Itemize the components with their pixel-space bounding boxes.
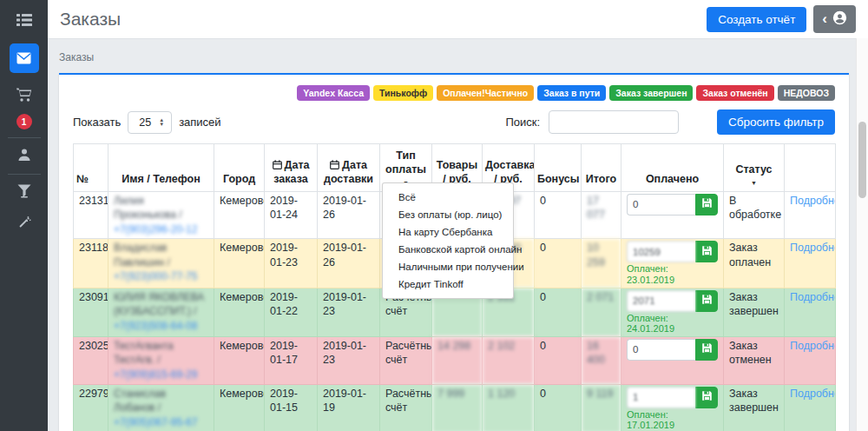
sidebar-item-filter[interactable] <box>10 180 39 202</box>
details-link[interactable]: Подробнее <box>790 291 836 303</box>
caret-down-icon: ▼ <box>727 180 781 187</box>
show-label: Показать <box>73 116 121 129</box>
sidebar-item-dashboard[interactable] <box>10 9 39 31</box>
spinner-arrows-icon: ▲▼ <box>159 118 164 127</box>
payment-filter-option[interactable]: На карту Сбербанка <box>383 223 513 241</box>
scrollbar-thumb[interactable] <box>858 122 866 198</box>
search-input[interactable] <box>549 110 679 134</box>
phone-link[interactable]: +7(923)508-64-08 <box>114 320 197 332</box>
order-row: 23025ТестАгванта ТестАгв. /+7(909)815-69… <box>74 336 836 384</box>
order-date-cell: 2019-01-17 <box>265 336 318 384</box>
paid-cell: Оплачен: 24.01.2019 <box>621 288 724 336</box>
payment-filter-option[interactable]: Банковской картой онлайн <box>383 241 513 258</box>
order-id-cell: 23131 <box>74 191 108 239</box>
city-cell: Кемерово <box>214 288 265 336</box>
save-button[interactable] <box>695 194 718 216</box>
details-cell: Подробнее <box>785 384 836 431</box>
payment-filter-option[interactable]: Кредит Tinkoff <box>383 275 513 293</box>
delivery-cost-cell: 2 102 <box>483 336 535 384</box>
paid-amount-input[interactable] <box>627 290 695 312</box>
paid-amount-input[interactable] <box>627 194 695 216</box>
legend-badge: НЕДОВОЗ <box>778 85 835 101</box>
status-cell: Заказ оплачен <box>724 239 785 288</box>
sidebar-divider <box>8 137 41 138</box>
column-header-label: Статус <box>735 163 772 176</box>
order-id-cell: 23118 <box>74 239 108 288</box>
filter-icon <box>17 184 31 198</box>
payment-filter-option[interactable]: Без оплаты (юр. лицо) <box>383 206 513 223</box>
create-report-button[interactable]: Создать отчёт <box>707 7 806 32</box>
order-id-cell: 22979 <box>74 384 108 431</box>
scrollbar-track[interactable] <box>856 38 868 431</box>
floppy-disk-icon <box>701 390 713 404</box>
sidebar: 1 <box>0 0 48 431</box>
reset-filter-button[interactable]: Сбросить фильтр <box>717 109 835 135</box>
bonus-cell: 0 <box>535 336 582 384</box>
save-button[interactable] <box>695 387 718 408</box>
phone-link[interactable]: +7(909)815-69-29 <box>114 368 197 381</box>
sidebar-item-orders[interactable] <box>10 43 39 73</box>
paid-date-label: Оплачен: 23.01.2019 <box>627 263 718 285</box>
column-header-details <box>785 144 836 192</box>
bonus-cell: 0 <box>535 384 582 431</box>
phone-link[interactable]: +7(923)000-77-75 <box>114 270 197 282</box>
sidebar-divider <box>8 174 41 175</box>
details-cell: Подробнее <box>785 191 836 239</box>
paid-amount-input[interactable] <box>627 339 695 361</box>
sidebar-item-cart[interactable] <box>10 83 39 106</box>
details-link[interactable]: Подробнее <box>790 195 836 207</box>
save-button[interactable] <box>695 339 718 361</box>
details-link[interactable]: Подробнее <box>790 388 836 400</box>
delivery-date-cell: 2019-01-26 <box>318 191 380 239</box>
status-cell: Заказ завершен <box>724 384 785 431</box>
legend-badges: Yandex КассаТинькоффОплачен!ЧастичноЗака… <box>73 85 835 101</box>
payment-type-cell: Расчётный счёт <box>380 336 432 384</box>
customer-cell: ТестАгванта ТестАгв. /+7(909)815-69-29 <box>108 336 214 384</box>
details-link[interactable]: Подробнее <box>790 340 836 352</box>
paid-cell <box>621 191 724 239</box>
total-cell: 17 077 <box>582 191 621 239</box>
order-row: 22979Станислав Лобанов /+7(905)067-95-67… <box>74 384 836 431</box>
bonus-cell: 0 <box>535 239 582 288</box>
column-header-label: Итого <box>586 173 616 185</box>
details-link[interactable]: Подробнее <box>790 242 836 254</box>
cart-icon <box>16 88 32 103</box>
customer-cell: Станислав Лобанов /+7(905)067-95-67 <box>108 384 214 431</box>
column-header-label: Товары / руб. <box>437 159 477 185</box>
user-menu-button[interactable]: ‹ <box>813 5 856 33</box>
delivery-cost-cell: 1 120 <box>483 384 535 431</box>
column-header-label: Тип оплаты <box>385 149 426 176</box>
column-header-label: Оплачено <box>646 173 699 185</box>
paid-date-label: Оплачен: 17.01.2019 <box>627 409 718 431</box>
order-date-cell: 2019-01-23 <box>265 239 318 288</box>
table-controls: Показать 25 ▲▼ записей Поиск: Сбросить ф… <box>73 109 835 135</box>
save-button[interactable] <box>695 290 718 312</box>
total-cell: 2 071 <box>582 288 621 336</box>
column-header-order-date: Дата заказа <box>265 144 318 192</box>
delivery-date-cell: 2019-01-26 <box>318 239 380 288</box>
save-button[interactable] <box>695 241 718 262</box>
sidebar-item-user[interactable] <box>10 143 39 166</box>
payment-filter-option[interactable]: Всё <box>383 189 513 206</box>
chevron-left-icon: ‹ <box>822 14 827 24</box>
city-cell: Кемерово <box>214 191 265 239</box>
phone-link[interactable]: +7(903)296-20-12 <box>114 223 197 235</box>
payment-filter-dropdown: ВсёБез оплаты (юр. лицо)На карту Сбербан… <box>382 182 514 299</box>
paid-amount-input[interactable] <box>627 241 695 262</box>
phone-link[interactable]: +7(905)067-95-67 <box>114 416 197 428</box>
column-header-status[interactable]: Статус▼ <box>724 144 785 192</box>
customer-cell: ЮЛИЯ ЯКОВЛЕВА (КУЗБАССПИТ.) /+7(923)508-… <box>108 288 214 336</box>
notification-badge[interactable]: 1 <box>16 114 32 129</box>
customer-cell: Лилия Проконькова /+7(903)296-20-12 <box>108 191 214 239</box>
page-size-select[interactable]: 25 ▲▼ <box>128 111 172 134</box>
column-header-label: № <box>76 173 89 185</box>
payment-filter-option[interactable]: Наличными при получении <box>383 258 513 275</box>
city-cell: Кемерово <box>214 239 265 288</box>
paid-cell: Оплачен: 23.01.2019 <box>621 239 724 288</box>
paid-amount-input[interactable] <box>627 387 695 408</box>
legend-badge: Заказ отменён <box>696 85 773 101</box>
sidebar-item-magic[interactable] <box>10 211 39 234</box>
order-date-cell: 2019-01-24 <box>265 191 318 239</box>
column-header-label: Бонусы <box>537 173 579 185</box>
order-date-cell: 2019-01-22 <box>265 288 318 336</box>
